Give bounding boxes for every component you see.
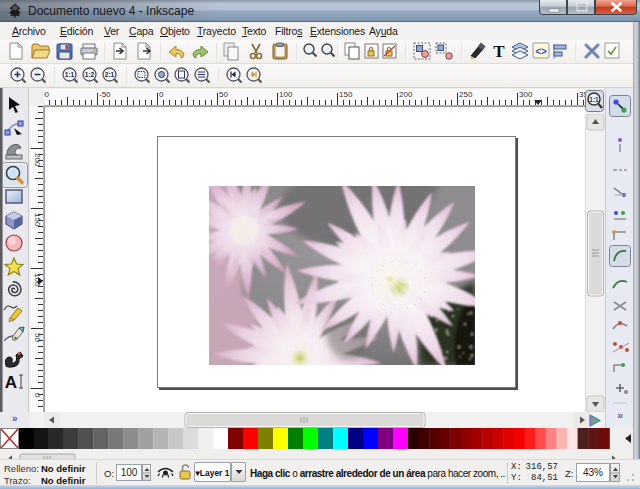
- svg-text:250: 250: [459, 90, 473, 99]
- svg-text:2:1: 2:1: [105, 71, 115, 78]
- svg-text:0: 0: [159, 90, 164, 99]
- svg-text:<>: <>: [535, 46, 547, 57]
- svg-text:0: 0: [33, 393, 42, 398]
- svg-text:150: 150: [33, 213, 42, 227]
- svg-text:A: A: [5, 373, 17, 392]
- svg-text:50: 50: [219, 90, 228, 99]
- svg-text:T: T: [493, 42, 505, 61]
- svg-text:200: 200: [33, 153, 42, 167]
- svg-text:50: 50: [33, 333, 42, 342]
- svg-text:100: 100: [279, 90, 293, 99]
- svg-text:»: »: [617, 410, 623, 421]
- svg-text:-100: -100: [44, 90, 50, 99]
- svg-text:150: 150: [339, 90, 353, 99]
- svg-text:-50: -50: [99, 90, 111, 99]
- svg-text:200: 200: [399, 90, 413, 99]
- svg-text:1:1: 1:1: [589, 96, 599, 103]
- svg-text:300: 300: [519, 90, 533, 99]
- svg-text:1:2: 1:2: [85, 71, 95, 78]
- svg-text:1:1: 1:1: [65, 71, 75, 78]
